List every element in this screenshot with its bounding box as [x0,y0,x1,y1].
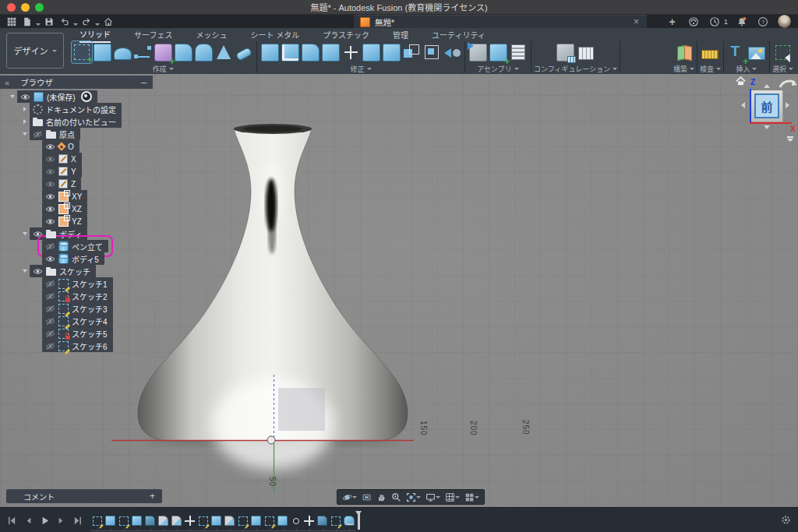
tab-6[interactable]: ユーティリティ [432,29,486,42]
browser-item-chip[interactable]: ペン立て [42,240,108,252]
save-icon[interactable] [42,16,56,28]
document-tab[interactable]: 無題* × [354,15,647,28]
visibility-eye-icon[interactable] [45,305,55,312]
viewports-button[interactable] [462,491,482,503]
visibility-eye-icon[interactable] [45,330,55,337]
browser-item-19[interactable]: スケッチ5 [0,327,179,340]
browser-item-chip[interactable]: ボディ5 [42,252,104,265]
timeline-feature-extrude-14[interactable] [276,513,289,529]
browser-item-chip[interactable]: スケッチ2 [42,290,113,302]
tab-4[interactable]: プラスチック [323,29,369,42]
browser-item-16[interactable]: スケッチ2 [0,290,179,302]
tool-bom-button[interactable] [508,41,528,63]
step-forward-button[interactable] [54,514,68,527]
tool-select-button[interactable] [772,41,793,63]
visibility-eye-icon[interactable] [45,181,55,188]
ribbon-group-label-1[interactable]: 修正 [350,64,371,74]
tool-form-button[interactable] [153,41,173,63]
caret-down-icon[interactable] [20,270,30,273]
tool-press-pull-button[interactable] [260,41,280,63]
browser-item-10[interactable]: YZ [0,215,179,227]
redo-icon[interactable] [79,16,94,28]
browser-item-chip[interactable]: X [42,153,82,165]
timeline-feature-sketch-13[interactable] [263,513,276,529]
browser-item-8[interactable]: XY [0,190,179,203]
browser-item-chip[interactable]: スケッチ5 [42,327,113,340]
visibility-eye-icon[interactable] [45,168,55,175]
browser-item-4[interactable]: O [0,140,179,153]
close-tab-icon[interactable]: × [632,17,641,26]
undo-icon[interactable] [58,16,72,28]
workspace-selector[interactable]: デザイン [6,33,64,69]
avatar[interactable] [777,14,792,29]
browser-item-12[interactable]: ペン立て [0,240,179,252]
tool-extrude-button[interactable] [92,41,112,63]
browser-item-chip[interactable]: スケッチ1 [42,277,113,290]
caret-right-icon[interactable] [20,119,30,124]
comment-bar[interactable]: コメント + [6,489,162,503]
tool-sweep-button[interactable] [132,41,153,63]
browser-item-11[interactable]: ボディ [0,227,179,240]
activate-radio-icon[interactable] [81,91,92,102]
new-tab-button[interactable]: + [666,16,680,28]
step-back-button[interactable] [21,514,35,527]
timeline-feature-move-7[interactable] [183,513,196,529]
file-new-icon[interactable] [20,16,34,28]
visibility-eye-icon[interactable] [45,193,55,200]
browser-item-5[interactable]: X [0,153,179,165]
browser-item-13[interactable]: ボディ5 [0,252,179,265]
tool-revolve-button[interactable] [112,41,132,63]
timeline-feature-move-16[interactable] [302,513,316,529]
tool-create-sketch-button[interactable] [72,41,92,63]
collapse-panel-icon[interactable]: « [0,78,14,87]
tab-0[interactable]: ソリッド [79,28,111,43]
tool-emboss-button[interactable] [193,41,214,63]
browser-item-chip[interactable]: 原点 [30,128,80,140]
browser-item-chip[interactable]: 名前の付いたビュー [30,115,122,128]
tool-split-body-button[interactable] [361,41,381,63]
redo-dropdown-caret[interactable] [95,15,100,29]
browser-item-2[interactable]: 名前の付いたビュー [0,115,179,128]
tool-move-button[interactable] [341,41,361,63]
rotate-view-icon[interactable] [778,76,798,91]
add-comment-button[interactable]: + [150,491,162,502]
minimize-panel-icon[interactable]: – [141,77,153,88]
file-new-dropdown-caret[interactable] [36,15,41,29]
job-status-icon[interactable] [708,16,722,28]
timeline-feature-extrude-1[interactable] [104,513,117,529]
display-settings-button[interactable] [423,491,443,503]
minimize-window-button[interactable] [21,3,30,12]
browser-item-chip[interactable]: XY [42,190,87,203]
ribbon-group-label-2[interactable]: アセンブリ [477,64,519,74]
tool-config-table-button[interactable] [576,41,596,63]
notifications-bell-icon[interactable] [735,16,749,28]
browser-item-7[interactable]: Z [0,178,179,190]
caret-down-icon[interactable] [20,132,30,136]
browser-item-1[interactable]: ドキュメントの設定 [0,103,179,115]
timeline-feature-sketch-2[interactable] [117,513,130,529]
viewcube-menu-icon[interactable] [787,136,793,142]
browser-item-chip[interactable]: YZ [42,215,87,227]
visibility-eye-icon[interactable] [45,343,55,350]
browser-item-chip[interactable]: XZ [42,203,87,215]
tab-5[interactable]: 管理 [393,29,408,42]
timeline-feature-point-15[interactable] [289,513,302,529]
tool-insert-image-button[interactable] [747,41,767,63]
browser-item-0[interactable]: (未保存) [0,90,179,103]
home-view-icon[interactable] [736,76,746,87]
browser-item-15[interactable]: スケッチ1 [0,277,179,290]
timeline-position-marker[interactable] [358,511,360,530]
browser-item-chip[interactable]: ドキュメントの設定 [30,103,122,115]
ribbon-group-label-3[interactable]: コンフィギュレーション [534,64,617,74]
look-at-button[interactable] [359,491,374,503]
tool-new-component-button[interactable] [468,41,488,63]
visibility-eye-icon[interactable] [33,268,43,275]
tool-insert-canvas-button[interactable] [726,41,747,63]
tool-fillet-button[interactable] [300,41,320,63]
timeline-feature-form-19[interactable] [342,513,355,529]
close-window-button[interactable] [7,3,16,12]
fit-button[interactable] [404,491,423,503]
origin-point[interactable] [267,436,275,444]
home-icon[interactable] [101,16,115,28]
maximize-window-button[interactable] [35,3,44,12]
